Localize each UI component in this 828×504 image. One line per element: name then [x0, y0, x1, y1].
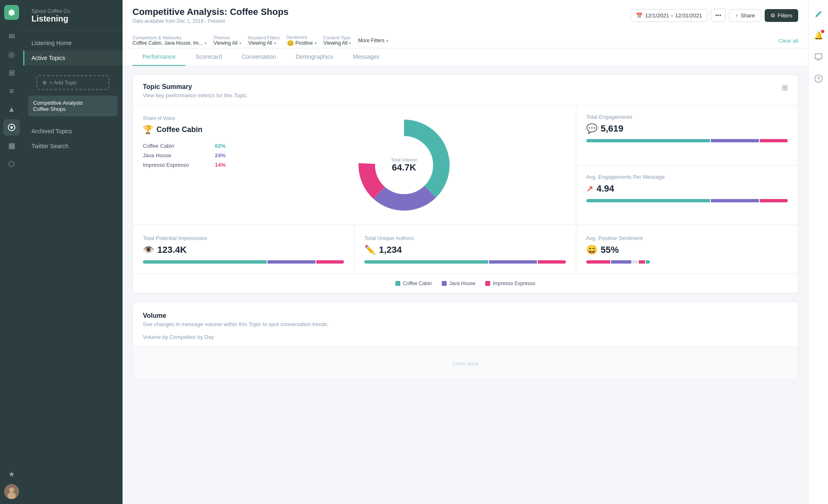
sentiment-filter-label: Sentiment	[287, 35, 317, 40]
svg-point-3	[9, 487, 14, 492]
sidebar-item-archived-topics[interactable]: Archived Topics	[23, 124, 123, 139]
content-type-value: Viewing All ▾	[324, 40, 351, 46]
tab-messages[interactable]: Messages	[343, 48, 390, 66]
page-subtitle: Data available from Dec 1, 2018 - Presen…	[132, 18, 289, 24]
legend-label-coffee-cabin: Coffee Cabin	[403, 281, 432, 286]
topic-summary-title: Topic Summary	[143, 83, 248, 91]
sidebar-item-twitter-search[interactable]: Twitter Search	[23, 139, 123, 154]
header-top: Competitive Analysis: Coffee Shops Data …	[132, 7, 798, 24]
sidebar-item-label: Active Topics	[31, 55, 65, 61]
volume-title: Volume	[143, 312, 788, 319]
main-header: Competitive Analysis: Coffee Shops Data …	[123, 0, 808, 48]
topic-summary-header: Topic Summary View key performance metri…	[133, 75, 798, 105]
logo-icon[interactable]	[4, 5, 19, 20]
avatar[interactable]	[4, 484, 19, 499]
authors-label: Total Unique Authors	[364, 235, 566, 241]
svg-text:?: ?	[817, 76, 820, 82]
donut-chart: Total Volume 64.7K	[242, 115, 566, 215]
date-range-button[interactable]: 📅 12/1/2021 – 12/31/2021	[631, 9, 707, 22]
topic-label: Competitive AnalysisCoffee Shops	[33, 100, 83, 112]
engagements-progress-bar	[586, 139, 788, 142]
sov-brand-name: Impresso Espresso	[143, 162, 189, 168]
sov-item-java-house: Java House 24%	[143, 152, 226, 158]
total-engagements-block: Total Engagements 💬 5,619	[576, 106, 798, 166]
tasks-nav-icon[interactable]: ⊞	[3, 65, 20, 81]
sentiment-label: Avg. Positive Sentiment	[586, 235, 788, 241]
publish-nav-icon[interactable]: ▲	[3, 101, 20, 118]
share-label: Share	[741, 12, 755, 19]
content-area: Topic Summary View key performance metri…	[123, 66, 808, 504]
svg-point-1	[10, 126, 13, 129]
tab-scorecard[interactable]: Scorecard	[185, 48, 232, 66]
sentiment-emoji: 😊	[287, 40, 294, 46]
notification-icon[interactable]: 🔔	[811, 28, 826, 43]
sidebar-item-label: Twitter Search	[31, 143, 68, 149]
total-engagements-label: Total Engagements	[586, 114, 788, 120]
reports-nav-icon[interactable]: ≡	[3, 83, 20, 99]
page-title: Competitive Analysis: Coffee Shops	[132, 7, 289, 17]
themes-filter-label: Themes	[214, 35, 241, 40]
inbox-nav-icon[interactable]: ✉	[3, 28, 20, 45]
calendar-icon: 📅	[636, 12, 643, 19]
legend-impresso: Impresso Espresso	[485, 281, 535, 286]
mentions-nav-icon[interactable]: ◎	[3, 46, 20, 63]
table-view-icon[interactable]: ⊞	[782, 83, 788, 92]
sentiment-filter[interactable]: Sentiment 😊 Positive ▾	[287, 33, 324, 48]
sov-winner: 🏆 Coffee Cabin	[143, 125, 226, 134]
themes-filter[interactable]: Themes Viewing All ▾	[214, 34, 248, 48]
authors-value: ✏️ 1,234	[364, 245, 566, 255]
listening-nav-icon[interactable]	[3, 119, 20, 136]
competitors-filter-label: Competitors & Networks	[132, 35, 207, 40]
sentiment-progress-bar	[586, 260, 788, 264]
clear-all-button[interactable]: Clear all	[778, 38, 798, 44]
tab-demographics[interactable]: Demographics	[286, 48, 343, 66]
sidebar-item-label: Listening Home	[31, 40, 72, 46]
right-icon-bar: 🔔 ?	[808, 0, 828, 504]
filters-button[interactable]: ⚙ Filters	[765, 9, 798, 22]
sidebar-item-active-topics[interactable]: Active Topics	[23, 50, 123, 65]
reviews-nav-icon[interactable]: ★	[3, 466, 20, 482]
automation-nav-icon[interactable]: ⬡	[3, 156, 20, 172]
sov-item-coffee-cabin: Coffee Cabin 62%	[143, 143, 226, 149]
happy-icon: 😄	[586, 245, 597, 255]
analytics-nav-icon[interactable]: ▦	[3, 137, 20, 154]
share-button[interactable]: ↑ Share	[729, 9, 761, 22]
filter-bar: Competitors & Networks Coffee Cabin, Jav…	[132, 29, 798, 48]
competitors-filter[interactable]: Competitors & Networks Coffee Cabin, Jav…	[132, 34, 214, 48]
volume-card: Volume See changes in message volume wit…	[132, 302, 798, 380]
tab-conversation[interactable]: Conversation	[232, 48, 286, 66]
legend-label-java-house: Java House	[449, 281, 475, 286]
volume-header: Volume See changes in message volume wit…	[133, 302, 798, 331]
up-arrow-icon: ↗	[586, 184, 593, 194]
help-icon[interactable]: ?	[811, 71, 826, 86]
sov-pct: 24%	[215, 152, 226, 158]
sov-label: Share of Voice	[143, 115, 226, 121]
sidebar-item-listening-home[interactable]: Listening Home	[23, 36, 123, 50]
authors-progress-bar	[364, 260, 566, 264]
more-options-button[interactable]: •••	[711, 9, 726, 22]
edit-icon[interactable]	[811, 7, 826, 22]
volume-subtitle: See changes in message volume within thi…	[143, 321, 788, 327]
content-type-filter[interactable]: Content Type Viewing All ▾	[324, 34, 359, 48]
add-topic-label: + Add Topic	[49, 79, 77, 86]
tab-performance[interactable]: Performance	[132, 48, 185, 66]
impressions-progress-bar	[143, 260, 344, 264]
competitors-filter-value: Coffee Cabin, Java House, Im... ▾	[132, 40, 207, 46]
topic-summary-subtitle: View key performance metrics for this To…	[143, 92, 248, 98]
chevron-down-icon: ▾	[386, 38, 388, 43]
more-filters-filter[interactable]: More Filters ▾	[358, 36, 395, 45]
add-topic-icon: ⊕	[42, 79, 47, 86]
topic-item-competitive-analysis[interactable]: Competitive AnalysisCoffee Shops	[28, 96, 118, 116]
content-type-label: Content Type	[324, 35, 351, 40]
sidebar-item-label: Archived Topics	[31, 128, 72, 134]
tabs-bar: Performance Scorecard Conversation Demog…	[123, 48, 808, 66]
summary-right-panel: Total Engagements 💬 5,619 Avg. Engagemen	[576, 106, 798, 225]
chart-legend: Coffee Cabin Java House Impresso Espress…	[133, 274, 798, 293]
keyword-filter[interactable]: Keyword Filters Viewing All ▾	[248, 34, 287, 48]
icon-bar: ✉ ◎ ⊞ ≡ ▲ ▦ ⬡ ★	[0, 0, 23, 504]
add-topic-button[interactable]: ⊕ + Add Topic	[36, 75, 109, 90]
avg-engagements-label: Avg. Engagements Per Message	[586, 174, 788, 180]
chevron-down-icon: ▾	[239, 41, 241, 46]
sov-brand-name: Java House	[143, 152, 171, 158]
feedback-icon[interactable]	[811, 50, 826, 65]
